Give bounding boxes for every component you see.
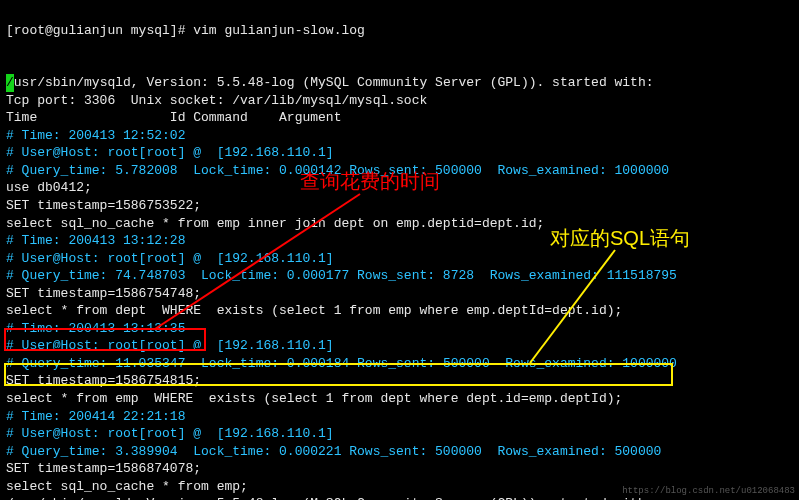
entry3-sql: select * from emp WHERE exists (select 1… [6,391,622,406]
entry1-sql: select sql_no_cache * from emp inner joi… [6,216,544,231]
terminal-output[interactable]: [root@gulianjun mysql]# vim gulianjun-sl… [0,0,799,500]
entry3-timestamp: SET timestamp=1586754815; [6,373,201,388]
entry1-use-db: use db0412; [6,180,92,195]
watermark: https://blog.csdn.net/u012068483 [622,485,795,497]
path-highlight: / [6,74,14,92]
entry2-sql: select * from dept WHERE exists (select … [6,303,622,318]
entry2-query-time: # Query_time: 74.748703 Lock_time: 0.000… [6,268,677,283]
entry3-query-time-b: Lock_time: 0.000184 Rows_sent: 500000 Ro… [185,356,676,371]
shell-prompt-line: [root@gulianjun mysql]# vim gulianjun-sl… [6,23,365,38]
entry2-userhost: # User@Host: root[root] @ [192.168.110.1… [6,251,334,266]
version-line: usr/sbin/mysqld, Version: 5.5.48-log (My… [14,75,654,90]
header-line: Time Id Command Argument [6,110,341,125]
entry3-time: # Time: 200413 13:13:35 [6,321,185,336]
entry1-userhost: # User@Host: root[root] @ [192.168.110.1… [6,145,334,160]
entry4-sql: select sql_no_cache * from emp; [6,479,248,494]
entry3-query-time-a: # Query_time: 11.035347 [6,356,185,371]
entry2-time: # Time: 200413 13:12:28 [6,233,185,248]
entry3-userhost: # User@Host: root[root] @ [192.168.110.1… [6,338,334,353]
entry1-query-time: # Query_time: 5.782008 Lock_time: 0.0001… [6,163,669,178]
entry4-timestamp: SET timestamp=1586874078; [6,461,201,476]
footer-version: /usr/sbin/mysqld, Version: 5.5.48-log (M… [6,496,654,500]
entry1-time: # Time: 200413 12:52:02 [6,128,185,143]
tcp-port-line: Tcp port: 3306 Unix socket: /var/lib/mys… [6,93,427,108]
entry4-query-time: # Query_time: 3.389904 Lock_time: 0.0002… [6,444,661,459]
entry2-timestamp: SET timestamp=1586754748; [6,286,201,301]
entry4-time: # Time: 200414 22:21:18 [6,409,185,424]
entry1-timestamp: SET timestamp=1586753522; [6,198,201,213]
entry4-userhost: # User@Host: root[root] @ [192.168.110.1… [6,426,334,441]
